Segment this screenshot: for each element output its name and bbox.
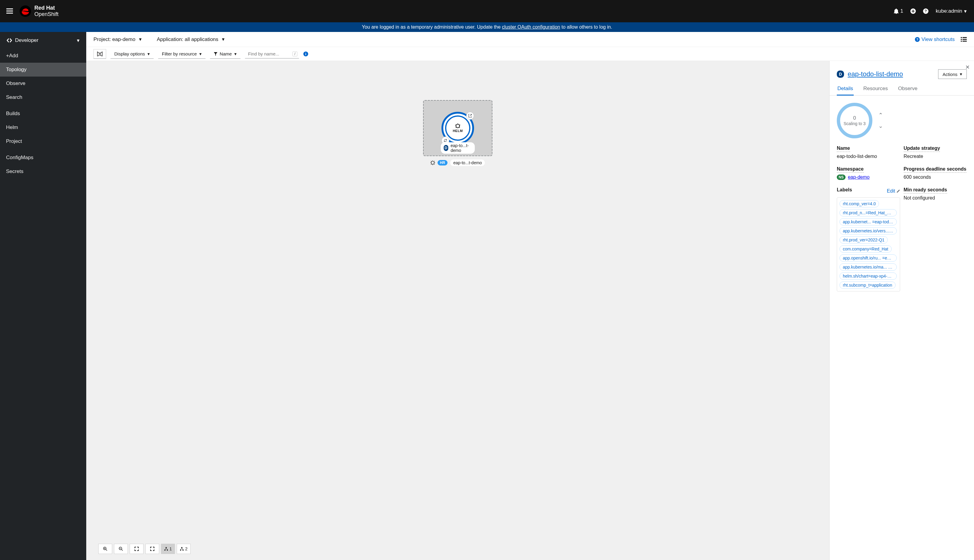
helm-release-name: eap-to...t-demo	[453, 160, 482, 165]
topology-layout-icon	[97, 51, 103, 57]
info-button[interactable]	[304, 52, 308, 57]
filter-resource-dropdown[interactable]: Filter by resource ▾	[158, 49, 206, 59]
nav-item-project[interactable]: Project	[0, 135, 86, 148]
nav-item-secrets[interactable]: Secrets	[0, 165, 86, 178]
namespace-link[interactable]: eap-demo	[848, 175, 870, 180]
notification-button[interactable]: 1	[894, 8, 903, 14]
oauth-config-link[interactable]: cluster OAuth configuration	[502, 24, 560, 30]
svg-line-46	[165, 548, 166, 550]
progress-deadline-value: 600 seconds	[904, 175, 967, 180]
label-chip[interactable]: app.openshift.io/ru... =eap-...	[839, 254, 897, 262]
actions-dropdown[interactable]: Actions ▾	[938, 69, 967, 79]
svg-rect-11	[961, 37, 962, 38]
svg-rect-16	[962, 41, 967, 42]
display-options-dropdown[interactable]: Display options ▾	[110, 49, 154, 59]
external-link-icon	[468, 114, 472, 118]
nav-item-builds[interactable]: Builds	[0, 107, 86, 120]
app-name: all applications	[185, 37, 218, 42]
label-chip[interactable]: rht.prod_n...=Red_Hat_Run...	[839, 209, 897, 217]
pod-status: Scaling to 3	[844, 121, 866, 126]
svg-point-27	[431, 161, 434, 164]
layout-button[interactable]	[93, 49, 106, 59]
zoom-in-button[interactable]	[98, 544, 112, 554]
user-menu-button[interactable]: kube:admin ▾	[936, 8, 967, 15]
deployment-badge: D	[444, 145, 449, 151]
svg-line-34	[431, 164, 432, 165]
layout-1-button[interactable]: 1	[161, 544, 175, 554]
fit-screen-icon	[135, 547, 139, 551]
nav-item-add[interactable]: +Add	[0, 49, 86, 63]
edit-label: Edit	[887, 188, 895, 194]
help-button[interactable]: ?	[923, 8, 929, 14]
application-dropdown[interactable]: Application: all applications ▾	[157, 36, 225, 42]
svg-rect-19	[305, 53, 306, 53]
nav-item-helm[interactable]: Helm	[0, 120, 86, 135]
close-panel-button[interactable]: ✕	[965, 64, 970, 70]
caret-down-icon: ▾	[139, 36, 142, 42]
find-by-name-input[interactable]	[245, 49, 299, 58]
caret-down-icon: ▾	[234, 51, 237, 57]
application-group[interactable]: HELM	[423, 100, 492, 156]
code-icon	[7, 38, 12, 42]
reset-view-button[interactable]	[145, 544, 159, 554]
edit-labels-button[interactable]: Edit	[887, 188, 900, 194]
label-chip[interactable]: app.kubernetes.io/ma... =H...	[839, 263, 897, 271]
deployment-label[interactable]: D eap-to...t-demo	[441, 142, 475, 154]
label-chip[interactable]: app.kubernetes.io/vers... =4...	[839, 227, 897, 235]
helm-release-label[interactable]: eap-to...t-demo	[450, 159, 485, 167]
perspective-label: Developer	[15, 37, 38, 43]
svg-line-52	[182, 548, 183, 550]
tab-observe[interactable]: Observe	[897, 83, 918, 95]
view-shortcuts-link[interactable]: ? View shortcuts	[915, 37, 955, 42]
nav-item-search[interactable]: Search	[0, 90, 86, 104]
info-circle-icon	[304, 52, 308, 57]
helm-release-icon	[430, 160, 435, 165]
pod-ring[interactable]: 0 Scaling to 3	[837, 103, 872, 138]
svg-text:?: ?	[916, 38, 918, 41]
label-chip[interactable]: rht.comp_ver=4.0	[839, 200, 879, 207]
svg-rect-6	[912, 11, 915, 12]
tab-resources[interactable]: Resources	[863, 83, 888, 95]
project-dropdown[interactable]: Project: eap-demo ▾	[93, 36, 142, 42]
label-chip[interactable]: helm.sh/chart=eap-xp4-1.0.0	[839, 272, 897, 280]
filter-label: Filter by resource	[162, 51, 197, 57]
scale-down-button[interactable]: ⌄	[879, 123, 883, 129]
label-chip[interactable]: rht.prod_ver=2022-Q1	[839, 236, 888, 243]
hamburger-menu-button[interactable]	[2, 4, 17, 18]
scale-up-button[interactable]: ⌃	[879, 112, 883, 118]
actions-label: Actions	[942, 72, 957, 77]
shortcuts-label: View shortcuts	[922, 37, 955, 42]
quick-create-button[interactable]	[911, 8, 916, 14]
zoom-out-icon	[119, 547, 123, 551]
nav-item-topology[interactable]: Topology	[0, 63, 86, 77]
bell-icon	[894, 8, 899, 14]
layout-2-button[interactable]: 2	[177, 544, 190, 554]
zoom-out-button[interactable]	[114, 544, 128, 554]
svg-rect-18	[305, 53, 306, 55]
label-chip[interactable]: app.kubernet... =eap-todo...	[839, 218, 897, 225]
display-options-label: Display options	[114, 51, 145, 57]
svg-rect-14	[962, 37, 967, 38]
nav-item-configmaps[interactable]: ConfigMaps	[0, 151, 86, 165]
tab-details[interactable]: Details	[837, 83, 854, 95]
deployment-node[interactable]: HELM	[442, 112, 474, 144]
name-filter-dropdown[interactable]: Name ▾	[210, 49, 241, 59]
project-name: eap-demo	[112, 37, 135, 42]
svg-line-33	[434, 164, 435, 165]
open-url-decorator[interactable]	[466, 112, 474, 120]
nav-item-observe[interactable]: Observe	[0, 77, 86, 90]
label-chip[interactable]: com.company=Red_Hat	[839, 245, 892, 253]
topology-canvas[interactable]: HELM	[86, 61, 829, 560]
perspective-switcher[interactable]: Developer ▾	[0, 32, 86, 49]
notification-count: 1	[901, 8, 903, 14]
resource-title-link[interactable]: eap-todo-list-demo	[848, 70, 903, 78]
project-prefix: Project:	[93, 37, 112, 42]
expand-icon	[150, 547, 154, 551]
label-chip[interactable]: rht.subcomp_t=application	[839, 282, 896, 289]
name-field-label: Name	[837, 145, 850, 152]
caret-down-icon: ▾	[222, 36, 225, 42]
list-view-toggle[interactable]	[961, 37, 967, 42]
fit-to-screen-button[interactable]	[130, 544, 143, 554]
caret-down-icon: ▾	[964, 8, 967, 15]
pod-count: 0	[853, 115, 856, 121]
